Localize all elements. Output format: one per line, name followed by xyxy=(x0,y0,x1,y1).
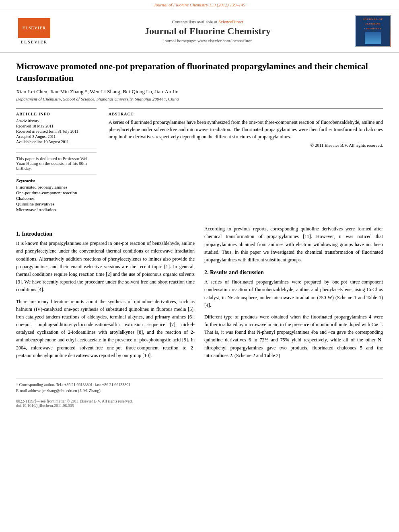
keyword-1: Fluorinated propargylamines xyxy=(16,185,97,189)
abstract-column: ABSTRACT A series of fluorinated proparg… xyxy=(109,108,383,213)
footer-divider xyxy=(16,378,383,378)
journal-title: Journal of Fluorine Chemistry xyxy=(60,26,355,37)
keywords-section: Keywords: Fluorinated propargylamines On… xyxy=(16,175,97,212)
results-paragraph-2: Different type of products were obtained… xyxy=(204,313,383,359)
journal-cover-thumbnail: JOURNAL OF FLUORINE CHEMISTRY xyxy=(355,15,391,47)
history-label: Article history: xyxy=(16,119,97,123)
body-right-column: According to previous reports, correspon… xyxy=(204,225,383,364)
intro-right-paragraph: According to previous reports, correspon… xyxy=(204,225,383,264)
journal-header-center: Contents lists available at ScienceDirec… xyxy=(60,19,355,43)
body-left-column: 1. Introduction It is known that proparg… xyxy=(16,225,195,364)
article-info-section: ARTICLE INFO Article history: Received 1… xyxy=(16,108,97,148)
intro-paragraph-2: There are many literature reports about … xyxy=(16,298,195,360)
intro-title: 1. Introduction xyxy=(16,231,195,237)
accepted-date: Accepted 3 August 2011 xyxy=(16,134,97,139)
abstract-label: ABSTRACT xyxy=(109,112,383,116)
footer-text: 0022-1139/$ – see front matter © 2011 El… xyxy=(0,399,399,412)
article-info-column: ARTICLE INFO Article history: Received 1… xyxy=(16,108,97,213)
elsevier-logo: ELSEVIER xyxy=(18,18,50,38)
keyword-5: Microwave irradiation xyxy=(16,207,97,212)
keyword-2: One-pot three-component reaction xyxy=(16,190,97,195)
abstract-text: A series of fluorinated propargylamines … xyxy=(109,119,383,140)
main-content: Microwave promoted one-pot preparation o… xyxy=(0,53,399,372)
journal-homepage: journal homepage: www.elsevier.com/locat… xyxy=(60,38,355,43)
dedication: This paper is dedicated to Professor Wei… xyxy=(16,152,97,170)
received-revised-date: Received in revised form 31 July 2011 xyxy=(16,129,97,134)
available-online-date: Available online 10 August 2011 xyxy=(16,140,97,144)
corresponding-author-note: * Corresponding author. Tel.: +86 21 661… xyxy=(16,382,383,388)
keyword-3: Chalcones xyxy=(16,196,97,201)
journal-header: ELSEVIER ELSEVIER Contents lists availab… xyxy=(0,10,399,53)
journal-citation: Journal of Fluorine Chemistry 133 (2012)… xyxy=(154,2,245,7)
copyright: © 2011 Elsevier B.V. All rights reserved… xyxy=(109,143,383,148)
authors: Xiao-Lei Chen, Jian-Min Zhang *, Wen-Li … xyxy=(16,88,383,95)
elsevier-logo-area: ELSEVIER ELSEVIER xyxy=(8,18,60,44)
elsevier-text: ELSEVIER xyxy=(21,40,48,44)
journal-top-bar: Journal of Fluorine Chemistry 133 (2012)… xyxy=(0,0,399,10)
article-info-abstract-row: ARTICLE INFO Article history: Received 1… xyxy=(16,108,383,213)
sciencedirect-link[interactable]: ScienceDirect xyxy=(218,19,243,24)
issn-line: 0022-1139/$ – see front matter © 2011 El… xyxy=(16,399,383,403)
article-title: Microwave promoted one-pot preparation o… xyxy=(16,61,383,84)
abstract-section: ABSTRACT A series of fluorinated proparg… xyxy=(109,108,383,148)
results-title: 2. Results and discussion xyxy=(204,269,383,276)
article-info-label: ARTICLE INFO xyxy=(16,112,97,116)
body-content: 1. Introduction It is known that proparg… xyxy=(16,225,383,364)
received-date: Received 18 May 2011 xyxy=(16,124,97,128)
email-note: E-mail address: jmzhang@shu.edu.cn (J.-M… xyxy=(16,388,383,394)
intro-paragraph-1: It is known that propargylamines are pre… xyxy=(16,240,195,294)
results-paragraph-1: A series of fluorinated propargylamines … xyxy=(204,278,383,309)
doi-line: doi:10.1016/j.jfluchem.2011.08.005 xyxy=(16,403,383,408)
affiliation: Department of Chemistry, School of Scien… xyxy=(16,97,383,101)
contents-available-line: Contents lists available at ScienceDirec… xyxy=(60,19,355,24)
keywords-label: Keywords: xyxy=(16,178,97,183)
footnote-corresponding: * Corresponding author. Tel.: +86 21 661… xyxy=(0,382,399,394)
keyword-4: Quinoline derivatives xyxy=(16,201,97,206)
section-divider xyxy=(16,221,383,221)
